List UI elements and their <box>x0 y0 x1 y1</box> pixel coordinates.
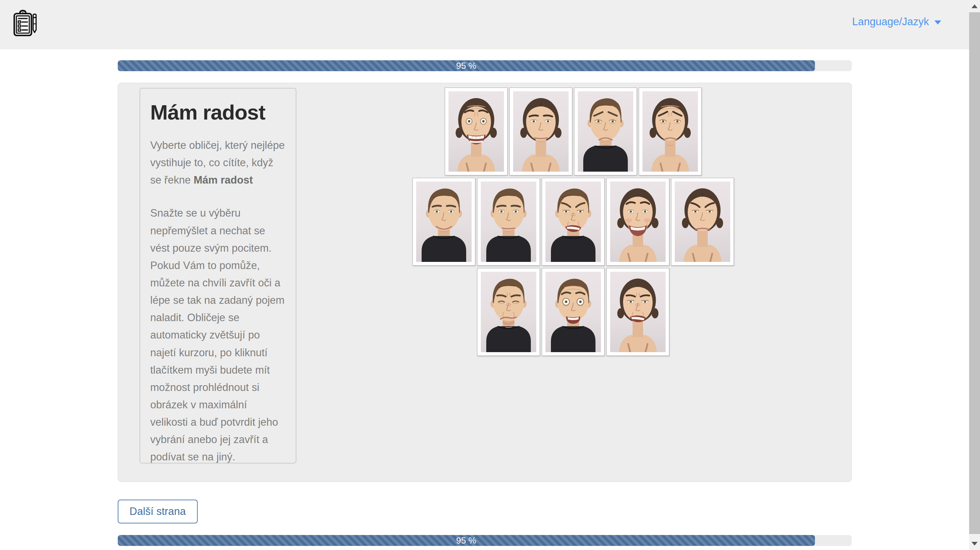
progress-label-bottom: 95 % <box>456 536 476 546</box>
task-instruction-1: Vyberte obličej, který nejlépe vystihuje… <box>150 137 285 189</box>
face-row-1 <box>445 88 702 175</box>
language-label: Language/Jazyk <box>852 16 929 28</box>
face-option-face-11-shocked-fearful[interactable] <box>542 268 605 356</box>
caret-down-icon <box>934 21 941 24</box>
clipboard-pencil-logo-icon <box>12 9 37 39</box>
face-illustration <box>546 272 601 352</box>
face-photo <box>449 91 504 172</box>
face-illustration <box>610 272 666 352</box>
face-photo <box>610 182 666 262</box>
task-card: Mám radost Vyberte obličej, který nejlép… <box>118 83 852 482</box>
instructions-panel: Mám radost Vyberte obličej, který nejlép… <box>140 88 296 464</box>
face-option-face-5-slight-smile[interactable] <box>412 178 476 266</box>
face-photo <box>481 182 536 262</box>
face-option-face-8-broad-laughing-smile[interactable] <box>606 178 669 266</box>
face-option-face-7-angry-snarl[interactable] <box>542 178 605 266</box>
face-option-face-10-disgusted-grimace[interactable] <box>477 268 540 356</box>
progress-fill-top: 95 % <box>118 60 815 71</box>
progress-bar-bottom: 95 % <box>118 535 852 546</box>
face-option-face-1-fearful-angry-grimace[interactable] <box>445 88 508 175</box>
face-row-2 <box>412 178 734 266</box>
vertical-scrollbar[interactable] <box>969 0 980 550</box>
face-photo <box>513 91 569 172</box>
task-instruction-2: Snažte se u výběru nepřemýšlet a nechat … <box>150 204 285 466</box>
face-photo <box>546 182 601 262</box>
face-illustration <box>546 182 601 262</box>
page: Language/Jazyk 95 % Mám radost Vyberte o… <box>0 0 969 550</box>
face-photo <box>675 182 730 262</box>
face-illustration <box>675 182 730 262</box>
language-dropdown[interactable]: Language/Jazyk <box>852 16 941 28</box>
header-bar: Language/Jazyk <box>0 0 969 49</box>
scroll-down-icon[interactable] <box>972 542 978 545</box>
face-photo <box>578 91 633 172</box>
face-illustration <box>481 182 536 262</box>
face-illustration <box>513 91 569 172</box>
face-option-face-6-neutral[interactable] <box>477 178 540 266</box>
face-photo <box>546 272 601 352</box>
face-option-face-9-angry-frown[interactable] <box>671 178 734 266</box>
face-option-face-12-disgusted-snarl[interactable] <box>606 268 669 356</box>
face-illustration <box>416 182 472 262</box>
face-row-3 <box>477 268 669 356</box>
scroll-up-icon[interactable] <box>972 5 978 8</box>
face-option-face-3-sad[interactable] <box>574 88 637 175</box>
face-illustration <box>481 272 536 352</box>
task-title: Mám radost <box>150 100 285 124</box>
face-photo <box>610 272 666 352</box>
face-option-face-4-sad-worried[interactable] <box>639 88 702 175</box>
progress-label-top: 95 % <box>456 61 476 71</box>
progress-fill-bottom: 95 % <box>118 535 815 546</box>
face-photo <box>481 272 536 352</box>
next-page-button[interactable]: Další strana <box>118 500 198 523</box>
scrollbar-thumb[interactable] <box>969 12 980 534</box>
face-illustration <box>643 91 698 172</box>
face-illustration <box>578 91 633 172</box>
face-option-face-2-neutral[interactable] <box>509 88 572 175</box>
face-photo <box>416 182 472 262</box>
faces-grid <box>296 88 850 356</box>
face-illustration <box>610 182 666 262</box>
task-term-bold: Mám radost <box>194 174 253 186</box>
progress-bar-top: 95 % <box>118 60 852 71</box>
face-illustration <box>449 91 504 172</box>
face-photo <box>643 91 698 172</box>
